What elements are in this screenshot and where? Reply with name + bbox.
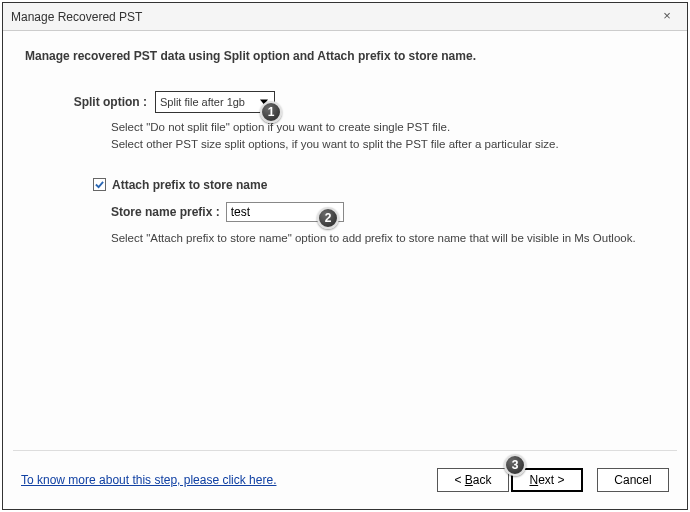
dialog-body: Manage recovered PST data using Split op… <box>3 31 687 450</box>
attach-prefix-checkbox[interactable] <box>93 178 106 191</box>
store-prefix-label: Store name prefix : <box>111 205 226 219</box>
callout-3: 3 <box>504 454 526 476</box>
cancel-button[interactable]: Cancel <box>597 468 669 492</box>
prefix-help-text: Select "Attach prefix to store name" opt… <box>111 232 665 244</box>
dialog-window: Manage Recovered PST × Manage recovered … <box>2 2 688 510</box>
split-option-select[interactable]: Split file after 1gb <box>155 91 275 113</box>
split-option-label: Split option : <box>25 95 155 109</box>
attach-prefix-label: Attach prefix to store name <box>112 178 267 192</box>
attach-prefix-row: Attach prefix to store name <box>93 178 665 192</box>
instruction-text: Manage recovered PST data using Split op… <box>25 49 665 63</box>
store-prefix-row: Store name prefix : <box>111 202 665 222</box>
split-option-row: Split option : Split file after 1gb <box>25 91 665 113</box>
checkmark-icon <box>95 180 104 189</box>
close-icon[interactable]: × <box>655 7 679 27</box>
help-link[interactable]: To know more about this step, please cli… <box>21 473 276 487</box>
split-help-line2: Select other PST size split options, if … <box>111 136 665 153</box>
titlebar: Manage Recovered PST × <box>3 3 687 31</box>
footer: To know more about this step, please cli… <box>3 451 687 509</box>
callout-1: 1 <box>260 101 282 123</box>
callout-2: 2 <box>317 207 339 229</box>
window-title: Manage Recovered PST <box>11 10 655 24</box>
split-help-text: Select "Do not split file" option if you… <box>111 119 665 154</box>
split-help-line1: Select "Do not split file" option if you… <box>111 119 665 136</box>
back-button[interactable]: < Back <box>437 468 509 492</box>
split-option-value: Split file after 1gb <box>160 96 245 108</box>
